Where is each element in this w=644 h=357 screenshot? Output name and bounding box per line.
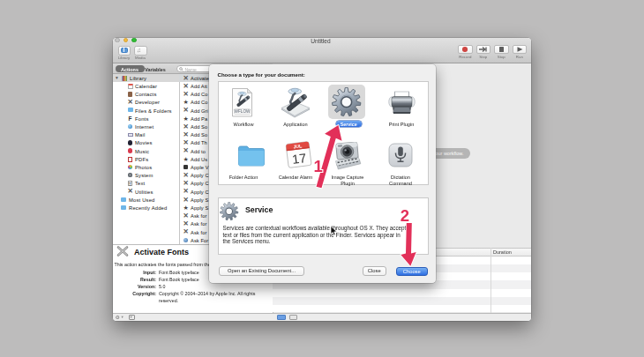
svg-text:1: 1 (314, 157, 323, 175)
svg-text:2: 2 (401, 206, 409, 225)
